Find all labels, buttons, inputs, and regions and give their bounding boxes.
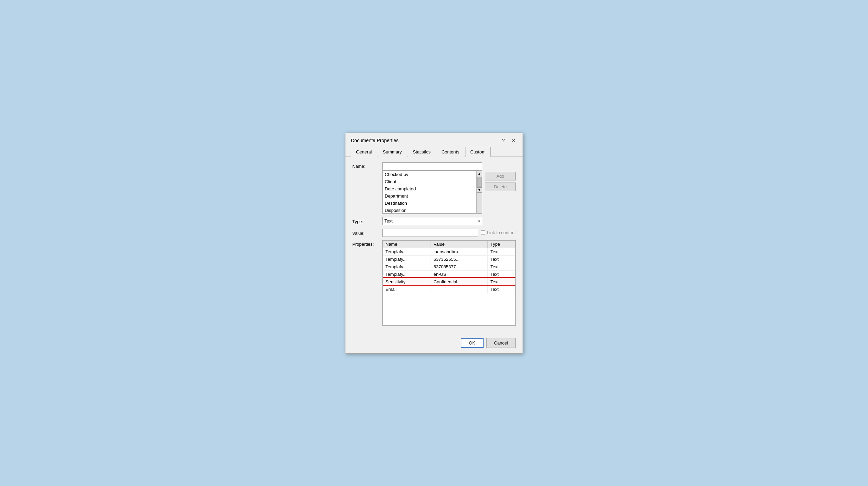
title-actions: ? ✕ [501,137,517,144]
dialog-title: Document9 Properties [351,138,398,143]
cell-type: Text [488,263,515,270]
name-label: Name: [352,162,380,169]
scroll-thumb[interactable] [477,177,482,187]
cell-value [431,285,487,293]
list-item[interactable]: Destination [383,200,476,207]
properties-table: Name Value Type Templafy... juansandbox … [383,241,515,293]
link-to-content-container: Link to content [481,230,516,235]
list-item[interactable]: Department [383,192,476,200]
table-row[interactable]: Templafy... 637085377... Text [383,263,515,270]
name-input[interactable] [382,162,482,171]
table-row[interactable]: Templafy... en-US Text [383,270,515,278]
cell-name: Email [383,285,431,293]
help-button[interactable]: ? [501,137,506,144]
dialog-body: Name: Checked by Client Date completed D… [345,157,523,335]
type-label: Type: [352,218,380,224]
list-item[interactable]: Checked by [383,171,476,178]
table-row-highlighted[interactable]: Sensitivity Confidential Text [383,278,515,285]
document-properties-dialog: Document9 Properties ? ✕ General Summary… [345,133,523,354]
list-item[interactable]: Client [383,178,476,185]
value-field-row: Value: Link to content [352,229,516,237]
cell-value: 637085377... [431,263,487,270]
ok-button[interactable]: OK [461,338,484,348]
link-to-content-checkbox[interactable] [481,230,485,235]
table-header-row: Name Value Type [383,241,515,248]
name-field-row: Name: Checked by Client Date completed D… [352,162,516,214]
tab-statistics[interactable]: Statistics [408,147,436,157]
table-row[interactable]: Email Text [383,285,515,293]
cell-name: Templafy... [383,270,431,278]
cell-type: Text [488,270,515,278]
cell-value: Confidential [431,278,487,285]
tabs-bar: General Summary Statistics Contents Cust… [345,147,523,157]
cell-value: juansandbox [431,248,487,255]
properties-table-container: Name Value Type Templafy... juansandbox … [382,240,516,326]
tab-custom[interactable]: Custom [465,147,491,157]
col-type-header: Type [488,241,515,248]
name-list: Checked by Client Date completed Departm… [383,171,476,213]
tab-contents[interactable]: Contents [436,147,464,157]
cell-type: Text [488,255,515,263]
close-button[interactable]: ✕ [510,137,517,144]
scroll-down-button[interactable]: ▼ [477,187,482,193]
properties-section: Properties: Name Value Type Templafy... … [352,240,516,326]
value-label: Value: [352,229,380,236]
cell-name: Templafy... [383,255,431,263]
list-item[interactable]: Disposition [383,207,476,213]
cell-type: Text [488,248,515,255]
cell-name: Templafy... [383,263,431,270]
cell-name: Templafy... [383,248,431,255]
cell-type: Text [488,285,515,293]
col-value-header: Value [431,241,487,248]
title-bar: Document9 Properties ? ✕ [345,133,523,147]
name-section-right: Add Delete [485,162,516,191]
type-select-container: Text Date Number Yes or no ▼ [382,217,482,225]
properties-label: Properties: [352,240,380,326]
col-name-header: Name [383,241,431,248]
delete-button[interactable]: Delete [485,183,516,191]
list-item[interactable]: Date completed [383,185,476,192]
cell-name: Sensitivity [383,278,431,285]
table-row[interactable]: Templafy... juansandbox Text [383,248,515,255]
tab-summary[interactable]: Summary [378,147,407,157]
add-button[interactable]: Add [485,172,516,180]
type-select[interactable]: Text Date Number Yes or no [382,217,482,225]
name-section-left: Checked by Client Date completed Departm… [382,162,482,214]
name-list-container: Checked by Client Date completed Departm… [382,171,482,214]
type-field-row: Type: Text Date Number Yes or no ▼ [352,217,516,225]
value-input[interactable] [382,229,478,237]
cancel-button[interactable]: Cancel [486,338,516,348]
scroll-up-button[interactable]: ▲ [477,171,482,176]
cell-value: 637352655... [431,255,487,263]
cell-value: en-US [431,270,487,278]
cell-type: Text [488,278,515,285]
dialog-footer: OK Cancel [345,335,523,353]
table-row[interactable]: Templafy... 637352655... Text [383,255,515,263]
scrollbar-track: ▲ ▼ [476,171,482,213]
link-to-content-label: Link to content [487,230,516,235]
tab-general[interactable]: General [351,147,377,157]
